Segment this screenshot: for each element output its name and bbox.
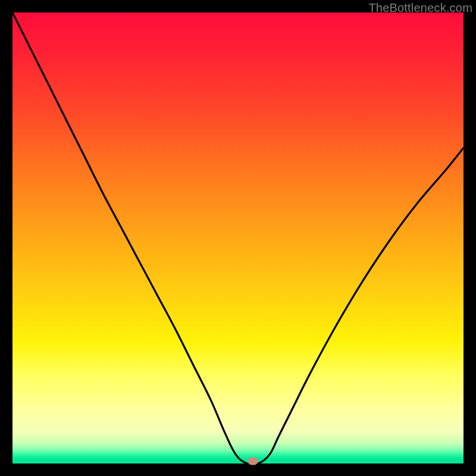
optimal-point-marker: [248, 458, 258, 465]
bottleneck-curve: [12, 12, 464, 464]
attribution-text: TheBottleneck.com: [368, 1, 472, 15]
chart-frame: TheBottleneck.com: [0, 0, 476, 476]
plot-area: [12, 12, 464, 464]
